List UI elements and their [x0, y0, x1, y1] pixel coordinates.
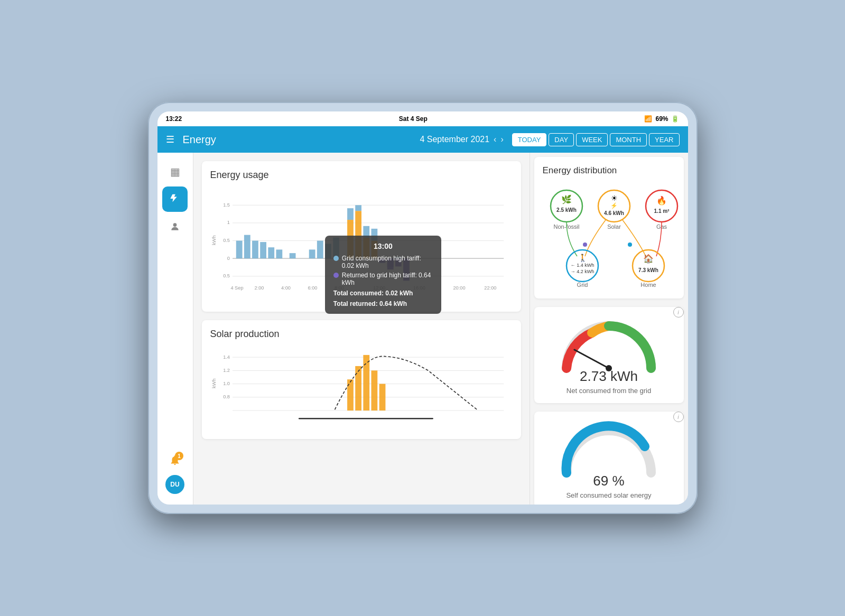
distribution-svg: 🌿 2.5 kWh Non-fossil ☀ ⚡ 4.6 kWh Solar [543, 182, 685, 288]
svg-text:1.5: 1.5 [223, 202, 230, 208]
svg-text:1.4: 1.4 [223, 354, 230, 360]
svg-text:0.5: 0.5 [223, 238, 230, 243]
top-nav: ☰ Energy 4 September 2021 ‹ › TODAY DAY … [157, 126, 688, 153]
svg-rect-27 [276, 249, 282, 258]
svg-rect-28 [289, 253, 295, 258]
svg-text:← 1.4 kWh: ← 1.4 kWh [570, 263, 594, 268]
nav-title: Energy [183, 134, 412, 146]
svg-rect-37 [363, 238, 369, 259]
svg-text:1.1 m³: 1.1 m³ [654, 208, 670, 214]
svg-text:🚶: 🚶 [578, 254, 587, 263]
svg-rect-33 [347, 220, 354, 258]
self-consumed-card: i 69 % Self consumed solar energy [534, 412, 684, 505]
svg-text:16:00: 16:00 [413, 285, 425, 291]
energy-usage-chart: 1.5 1 0.5 0 0.5 kWh 4 Sep [210, 187, 513, 303]
svg-text:1.2: 1.2 [223, 368, 230, 373]
svg-rect-38 [363, 226, 369, 238]
sidebar-item-user[interactable] [162, 214, 188, 239]
sidebar-item-energy[interactable] [162, 186, 188, 212]
notification-button[interactable]: 1 [164, 450, 185, 471]
svg-line-87 [574, 350, 609, 368]
wifi-icon: 📶 [644, 115, 652, 123]
year-button[interactable]: YEAR [649, 133, 679, 146]
svg-rect-39 [371, 241, 377, 259]
svg-text:20:00: 20:00 [453, 285, 465, 291]
svg-text:kWh: kWh [211, 236, 217, 246]
svg-rect-40 [371, 229, 377, 241]
svg-text:22:00: 22:00 [484, 285, 496, 291]
svg-text:2:00: 2:00 [254, 285, 264, 291]
svg-rect-32 [333, 238, 339, 259]
energy-distribution-card: Energy distribution 🌿 2.5 kWh Non-fossil [534, 157, 684, 298]
svg-text:7.3 kWh: 7.3 kWh [638, 267, 658, 273]
left-panel: Energy usage 1.5 1 [193, 153, 530, 505]
svg-text:4.6 kWh: 4.6 kWh [604, 210, 624, 216]
svg-text:🔥: 🔥 [656, 195, 667, 206]
right-panel: Energy distribution 🌿 2.5 kWh Non-fossil [530, 153, 688, 505]
svg-text:2.5 kWh: 2.5 kWh [556, 207, 577, 213]
self-consumed-label: Self consumed solar energy [566, 491, 651, 499]
svg-point-0 [173, 223, 177, 227]
svg-rect-35 [355, 211, 361, 258]
svg-rect-61 [379, 384, 385, 410]
month-button[interactable]: MONTH [610, 133, 647, 146]
week-button[interactable]: WEEK [576, 133, 608, 146]
main-layout: ▦ 1 DU [157, 153, 688, 505]
nav-date-section: 4 September 2021 ‹ › [420, 135, 503, 144]
solar-production-title: Solar production [210, 329, 513, 340]
svg-text:Home: Home [640, 282, 656, 288]
svg-text:→ 4.2 kWh: → 4.2 kWh [570, 269, 594, 274]
energy-usage-title: Energy usage [210, 170, 513, 181]
svg-rect-30 [317, 241, 323, 259]
svg-text:Solar: Solar [607, 223, 621, 230]
prev-date-button[interactable]: ‹ [494, 135, 496, 144]
distribution-diagram: 🌿 2.5 kWh Non-fossil ☀ ⚡ 4.6 kWh Solar [543, 182, 675, 290]
svg-text:⚡: ⚡ [610, 202, 618, 209]
svg-rect-59 [363, 355, 369, 410]
svg-text:☀: ☀ [610, 194, 617, 202]
net-consumed-label: Net consumed from the grid [567, 387, 651, 395]
svg-rect-25 [260, 242, 266, 258]
svg-rect-31 [325, 244, 331, 258]
energy-usage-card: Energy usage 1.5 1 [202, 161, 521, 312]
today-button[interactable]: TODAY [512, 133, 547, 146]
svg-text:0.8: 0.8 [223, 394, 230, 399]
svg-text:12:00: 12:00 [373, 285, 385, 291]
self-consumed-value: 69 % [593, 473, 624, 489]
device-frame: 13:22 Sat 4 Sep 📶 69% 🔋 ☰ Energy 4 Septe… [148, 102, 698, 514]
svg-point-76 [583, 242, 587, 247]
svg-rect-36 [355, 205, 361, 211]
status-time: 13:22 [166, 115, 182, 123]
svg-rect-26 [268, 247, 274, 258]
svg-text:6:00: 6:00 [308, 285, 317, 291]
svg-text:Grid: Grid [577, 282, 588, 288]
solar-production-chart: 1.4 1.2 1.0 0.8 kWh [210, 346, 513, 431]
status-bar: 13:22 Sat 4 Sep 📶 69% 🔋 [157, 111, 688, 126]
svg-rect-29 [309, 249, 315, 258]
day-button[interactable]: DAY [549, 133, 574, 146]
svg-text:kWh: kWh [211, 379, 217, 389]
status-right: 📶 69% 🔋 [644, 115, 679, 123]
next-date-button[interactable]: › [500, 135, 503, 144]
svg-rect-22 [236, 241, 242, 259]
svg-text:0: 0 [227, 256, 229, 261]
svg-rect-60 [371, 370, 377, 410]
svg-rect-46 [395, 257, 401, 258]
notification-badge: 1 [175, 452, 183, 460]
svg-rect-34 [347, 208, 354, 220]
svg-point-77 [628, 242, 632, 247]
svg-text:1.0: 1.0 [223, 381, 230, 386]
energy-distribution-title: Energy distribution [543, 165, 675, 176]
svg-rect-23 [244, 235, 250, 259]
hamburger-menu[interactable]: ☰ [166, 134, 174, 145]
svg-point-72 [646, 190, 677, 222]
solar-production-svg: 1.4 1.2 1.0 0.8 kWh [210, 346, 513, 431]
sidebar-item-dashboard[interactable]: ▦ [162, 159, 188, 184]
content-area: Energy usage 1.5 1 [193, 153, 688, 505]
net-consumed-card: i [534, 307, 684, 403]
svg-rect-41 [379, 258, 385, 263]
net-consumed-value: 2.73 kWh [580, 368, 638, 385]
energy-usage-svg: 1.5 1 0.5 0 0.5 kWh 4 Sep [210, 187, 513, 303]
status-date: Sat 4 Sep [399, 115, 428, 123]
user-avatar[interactable]: DU [165, 475, 184, 494]
